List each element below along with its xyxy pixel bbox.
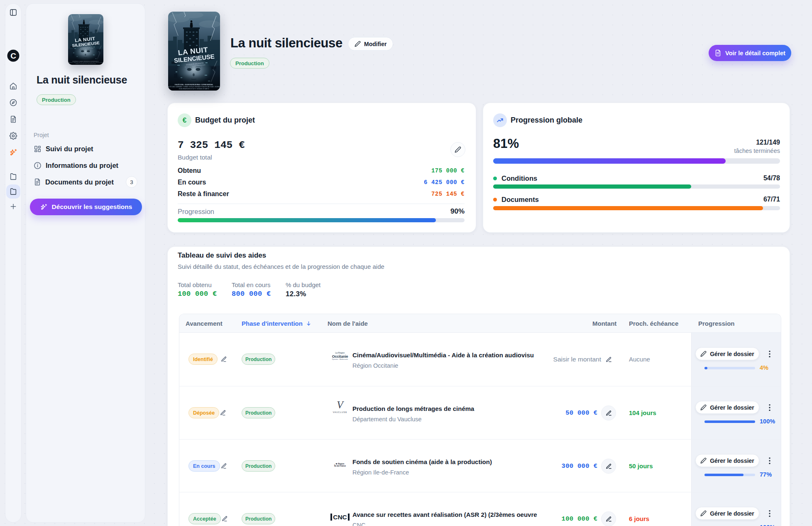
svg-text:CHLOÉ DUVAL • JULIEN FAURE-MOR: CHLOÉ DUVAL • JULIEN FAURE-MOREAU • SOPH… xyxy=(175,84,213,86)
svg-text:CHLOÉ DUVAL • A.BERNARD • S.GI: CHLOÉ DUVAL • A.BERNARD • S.GIRARD • MUS… xyxy=(68,62,103,63)
svg-text:CHLOÉ DUVAL • JULIEN FAURE-MOR: CHLOÉ DUVAL • JULIEN FAURE-MOREAU • SOPH… xyxy=(73,61,99,61)
svg-text:VISUEL PAR ATELIER DES NUITS •: VISUEL PAR ATELIER DES NUITS • MONTAGE L… xyxy=(76,63,96,64)
